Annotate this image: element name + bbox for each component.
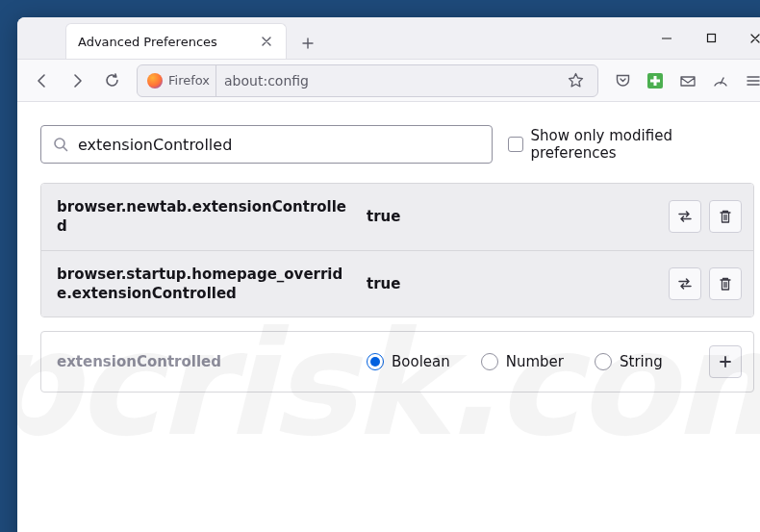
- search-box[interactable]: [40, 125, 493, 164]
- close-tab-button[interactable]: [259, 34, 274, 49]
- checkbox-box-icon: [508, 137, 523, 152]
- toggle-button[interactable]: [669, 267, 701, 300]
- radio-icon: [595, 353, 612, 370]
- firefox-icon: [147, 73, 163, 89]
- active-tab[interactable]: Advanced Preferences: [65, 23, 287, 59]
- pref-name: browser.startup.homepage_override.extens…: [57, 265, 355, 304]
- tab-title: Advanced Preferences: [78, 35, 249, 49]
- toggle-button[interactable]: [669, 200, 701, 233]
- new-pref-row: extensionControlled Boolean Number Strin…: [40, 331, 754, 393]
- about-config-content: Show only modified preferences browser.n…: [17, 102, 760, 532]
- bookmark-star-button[interactable]: [561, 66, 590, 95]
- url-text: about:config: [224, 73, 553, 89]
- radio-label: Boolean: [392, 353, 450, 370]
- new-pref-name: extensionControlled: [57, 353, 355, 370]
- forward-button[interactable]: [62, 65, 92, 96]
- search-icon: [53, 137, 68, 152]
- delete-button[interactable]: [709, 200, 742, 233]
- radio-icon: [367, 353, 384, 370]
- window-controls: [645, 17, 760, 59]
- titlebar: Advanced Preferences: [17, 17, 760, 60]
- extension-badge-icon: [647, 73, 663, 89]
- pref-value: true: [367, 208, 657, 225]
- delete-button[interactable]: [709, 267, 742, 300]
- pref-value: true: [367, 275, 657, 292]
- pref-row: browser.startup.homepage_override.extens…: [41, 250, 753, 317]
- profiler-button[interactable]: [706, 66, 735, 95]
- type-radio-boolean[interactable]: Boolean: [367, 353, 450, 370]
- show-only-modified-checkbox[interactable]: Show only modified preferences: [508, 127, 754, 162]
- radio-icon: [481, 353, 498, 370]
- identity-box[interactable]: Firefox: [145, 65, 216, 96]
- nav-toolbar: Firefox about:config: [17, 60, 760, 102]
- pref-actions: [669, 267, 742, 300]
- radio-label: Number: [506, 353, 564, 370]
- back-button[interactable]: [27, 65, 58, 96]
- search-row: Show only modified preferences: [40, 125, 754, 164]
- svg-rect-0: [707, 35, 715, 42]
- url-bar[interactable]: Firefox about:config: [137, 64, 598, 97]
- reload-button[interactable]: [96, 65, 127, 96]
- pref-row: browser.newtab.extensionControlled true: [41, 184, 753, 250]
- close-window-button[interactable]: [733, 17, 760, 60]
- type-radio-group: Boolean Number String: [367, 353, 697, 370]
- pref-name: browser.newtab.extensionControlled: [57, 197, 355, 237]
- inbox-button[interactable]: [673, 66, 702, 95]
- pocket-button[interactable]: [608, 66, 637, 95]
- type-radio-number[interactable]: Number: [481, 353, 564, 370]
- svg-rect-2: [650, 79, 660, 82]
- browser-window: Advanced Preferences: [17, 17, 760, 532]
- new-tab-button[interactable]: [294, 27, 321, 59]
- maximize-window-button[interactable]: [689, 17, 733, 60]
- show-only-modified-label: Show only modified preferences: [531, 127, 755, 162]
- extension-badge-button[interactable]: [641, 66, 670, 95]
- type-radio-string[interactable]: String: [595, 353, 663, 370]
- pref-actions: [669, 200, 742, 233]
- search-input[interactable]: [78, 136, 480, 154]
- app-menu-button[interactable]: [739, 66, 760, 95]
- prefs-panel: browser.newtab.extensionControlled true …: [40, 183, 754, 317]
- minimize-window-button[interactable]: [645, 17, 689, 60]
- identity-label: Firefox: [168, 73, 210, 88]
- add-pref-button[interactable]: [709, 345, 742, 378]
- radio-label: String: [620, 353, 663, 370]
